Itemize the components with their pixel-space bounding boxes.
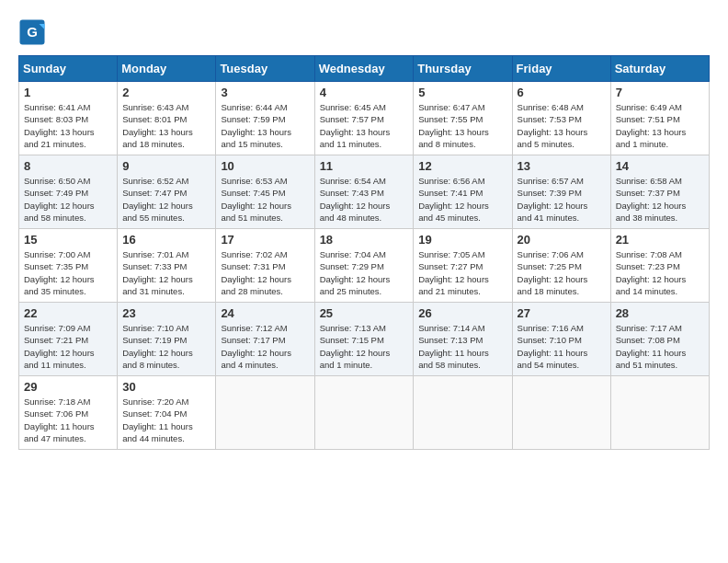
daylight-detail: and 58 minutes.: [24, 213, 86, 223]
daylight-label: Daylight: 13 hours: [221, 127, 291, 137]
sunrise-label: Sunrise: 6:57 AM: [518, 176, 584, 186]
sunset-label: Sunset: 7:51 PM: [616, 114, 680, 124]
sunset-label: Sunset: 7:53 PM: [518, 114, 582, 124]
day-info: Sunrise: 6:57 AM Sunset: 7:39 PM Dayligh…: [518, 175, 606, 224]
daylight-detail: and 38 minutes.: [616, 213, 678, 223]
daylight-detail: and 55 minutes.: [122, 213, 185, 223]
sunrise-label: Sunrise: 7:08 AM: [616, 249, 682, 259]
day-info: Sunrise: 7:10 AM Sunset: 7:19 PM Dayligh…: [122, 322, 210, 371]
sunset-label: Sunset: 7:59 PM: [221, 114, 285, 124]
daylight-label: Daylight: 11 hours: [122, 421, 193, 431]
daylight-label: Daylight: 12 hours: [518, 274, 588, 284]
daylight-label: Daylight: 12 hours: [24, 274, 95, 284]
daylight-detail: and 4 minutes.: [221, 360, 278, 370]
sunrise-label: Sunrise: 7:02 AM: [221, 249, 287, 259]
sunrise-label: Sunrise: 7:04 AM: [320, 249, 386, 259]
day-number: 6: [518, 86, 606, 99]
sunrise-label: Sunrise: 6:53 AM: [221, 176, 287, 186]
daylight-detail: and 11 minutes.: [320, 139, 382, 149]
daylight-detail: and 8 minutes.: [122, 360, 179, 370]
daylight-label: Daylight: 11 hours: [616, 348, 687, 358]
sunset-label: Sunset: 7:21 PM: [24, 335, 88, 345]
sunrise-label: Sunrise: 7:06 AM: [518, 249, 584, 259]
sunset-label: Sunset: 7:57 PM: [320, 114, 384, 124]
sunset-label: Sunset: 7:27 PM: [418, 261, 483, 271]
day-number: 25: [320, 306, 409, 320]
sunrise-label: Sunrise: 7:00 AM: [24, 249, 90, 259]
day-info: Sunrise: 7:12 AM Sunset: 7:17 PM Dayligh…: [221, 322, 309, 371]
logo-icon: G: [18, 18, 46, 46]
calendar: SundayMondayTuesdayWednesdayThursdayFrid…: [18, 55, 710, 450]
calendar-cell: 10 Sunrise: 6:53 AM Sunset: 7:45 PM Dayl…: [216, 155, 314, 229]
day-info: Sunrise: 7:04 AM Sunset: 7:29 PM Dayligh…: [320, 248, 409, 297]
daylight-detail: and 8 minutes.: [418, 139, 475, 149]
sunset-label: Sunset: 8:01 PM: [122, 114, 187, 124]
daylight-detail: and 15 minutes.: [221, 139, 283, 149]
day-info: Sunrise: 6:50 AM Sunset: 7:49 PM Dayligh…: [24, 175, 112, 224]
day-number: 3: [221, 86, 309, 99]
sunset-label: Sunset: 7:10 PM: [518, 335, 582, 345]
day-number: 30: [122, 380, 210, 394]
day-number: 7: [616, 86, 704, 99]
weekday-header: Sunday: [19, 56, 118, 82]
sunrise-label: Sunrise: 6:58 AM: [616, 176, 682, 186]
calendar-cell: 18 Sunrise: 7:04 AM Sunset: 7:29 PM Dayl…: [314, 229, 414, 303]
daylight-detail: and 28 minutes.: [221, 286, 283, 296]
calendar-cell: 30 Sunrise: 7:20 AM Sunset: 7:04 PM Dayl…: [118, 376, 216, 450]
day-info: Sunrise: 7:00 AM Sunset: 7:35 PM Dayligh…: [24, 248, 112, 297]
svg-text:G: G: [27, 24, 38, 40]
calendar-cell: 5 Sunrise: 6:47 AM Sunset: 7:55 PM Dayli…: [414, 82, 512, 155]
weekday-header: Friday: [512, 56, 610, 82]
calendar-week-row: 15 Sunrise: 7:00 AM Sunset: 7:35 PM Dayl…: [19, 229, 710, 303]
daylight-detail: and 1 minute.: [616, 139, 669, 149]
day-info: Sunrise: 6:41 AM Sunset: 8:03 PM Dayligh…: [24, 101, 112, 150]
daylight-label: Daylight: 12 hours: [122, 274, 193, 284]
calendar-cell: 7 Sunrise: 6:49 AM Sunset: 7:51 PM Dayli…: [610, 82, 709, 155]
daylight-label: Daylight: 12 hours: [122, 348, 193, 358]
calendar-cell: [414, 376, 512, 450]
sunrise-label: Sunrise: 6:44 AM: [221, 102, 287, 112]
day-info: Sunrise: 6:45 AM Sunset: 7:57 PM Dayligh…: [320, 101, 409, 150]
daylight-label: Daylight: 13 hours: [418, 127, 489, 137]
day-number: 20: [518, 233, 606, 247]
sunset-label: Sunset: 7:35 PM: [24, 261, 88, 271]
calendar-cell: 23 Sunrise: 7:10 AM Sunset: 7:19 PM Dayl…: [118, 303, 216, 376]
day-number: 27: [518, 306, 606, 320]
calendar-cell: 3 Sunrise: 6:44 AM Sunset: 7:59 PM Dayli…: [216, 82, 314, 155]
calendar-cell: 2 Sunrise: 6:43 AM Sunset: 8:01 PM Dayli…: [118, 82, 216, 155]
sunset-label: Sunset: 7:23 PM: [616, 261, 680, 271]
daylight-label: Daylight: 11 hours: [24, 421, 95, 431]
calendar-week-row: 1 Sunrise: 6:41 AM Sunset: 8:03 PM Dayli…: [19, 82, 710, 155]
calendar-cell: 24 Sunrise: 7:12 AM Sunset: 7:17 PM Dayl…: [216, 303, 314, 376]
daylight-detail: and 1 minute.: [320, 360, 373, 370]
day-number: 19: [418, 233, 506, 247]
day-info: Sunrise: 6:52 AM Sunset: 7:47 PM Dayligh…: [122, 175, 210, 224]
day-number: 22: [24, 306, 112, 320]
sunset-label: Sunset: 7:15 PM: [320, 335, 384, 345]
daylight-label: Daylight: 13 hours: [122, 127, 193, 137]
calendar-cell: 28 Sunrise: 7:17 AM Sunset: 7:08 PM Dayl…: [610, 303, 709, 376]
daylight-label: Daylight: 13 hours: [616, 127, 687, 137]
calendar-cell: 11 Sunrise: 6:54 AM Sunset: 7:43 PM Dayl…: [314, 155, 414, 229]
sunrise-label: Sunrise: 7:17 AM: [616, 323, 682, 333]
sunset-label: Sunset: 7:19 PM: [122, 335, 187, 345]
calendar-cell: 9 Sunrise: 6:52 AM Sunset: 7:47 PM Dayli…: [118, 155, 216, 229]
sunset-label: Sunset: 7:47 PM: [122, 188, 187, 198]
calendar-cell: 22 Sunrise: 7:09 AM Sunset: 7:21 PM Dayl…: [19, 303, 118, 376]
calendar-cell: 29 Sunrise: 7:18 AM Sunset: 7:06 PM Dayl…: [19, 376, 118, 450]
daylight-detail: and 47 minutes.: [24, 433, 86, 443]
calendar-cell: 15 Sunrise: 7:00 AM Sunset: 7:35 PM Dayl…: [19, 229, 118, 303]
sunset-label: Sunset: 7:41 PM: [418, 188, 483, 198]
day-info: Sunrise: 6:58 AM Sunset: 7:37 PM Dayligh…: [616, 175, 704, 224]
calendar-cell: 21 Sunrise: 7:08 AM Sunset: 7:23 PM Dayl…: [610, 229, 709, 303]
daylight-label: Daylight: 11 hours: [518, 348, 588, 358]
sunrise-label: Sunrise: 7:01 AM: [122, 249, 188, 259]
day-number: 5: [418, 86, 506, 99]
daylight-detail: and 14 minutes.: [616, 286, 678, 296]
day-number: 15: [24, 233, 112, 247]
sunrise-label: Sunrise: 7:09 AM: [24, 323, 90, 333]
sunset-label: Sunset: 7:17 PM: [221, 335, 285, 345]
weekday-header-row: SundayMondayTuesdayWednesdayThursdayFrid…: [19, 56, 710, 82]
day-info: Sunrise: 6:53 AM Sunset: 7:45 PM Dayligh…: [221, 175, 309, 224]
sunrise-label: Sunrise: 6:56 AM: [418, 176, 484, 186]
